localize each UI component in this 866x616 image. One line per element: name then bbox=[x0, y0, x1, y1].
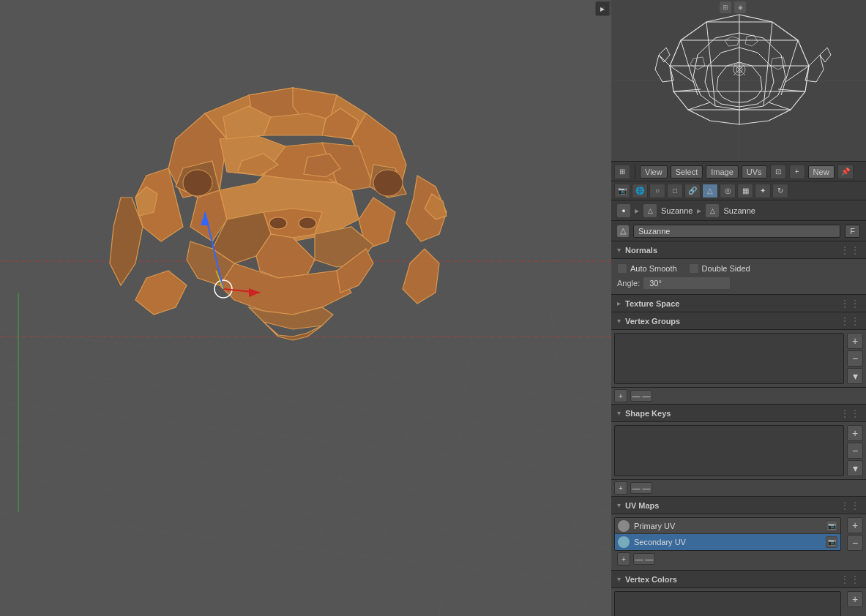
separator-1 bbox=[635, 165, 635, 179]
breadcrumb-arrow-1: ▸ bbox=[635, 206, 639, 216]
uv-add-icon[interactable]: + bbox=[789, 165, 805, 179]
prop-physics-icon[interactable]: ↻ bbox=[772, 184, 788, 198]
shape-keys-list bbox=[614, 425, 844, 476]
shape-key-add-btn[interactable]: + bbox=[847, 425, 863, 441]
vertex-groups-arrow: ▾ bbox=[617, 317, 621, 325]
prop-particles-icon[interactable]: ✦ bbox=[755, 184, 771, 198]
vertex-group-add-btn[interactable]: + bbox=[847, 333, 863, 349]
angle-input[interactable] bbox=[643, 277, 731, 290]
uv-map-item-primary[interactable]: Primary UV 📷 bbox=[615, 518, 840, 534]
texture-space-arrow: ▸ bbox=[617, 299, 621, 307]
vertex-colors-options[interactable]: ⋮⋮ bbox=[840, 574, 860, 585]
svg-point-55 bbox=[299, 217, 316, 229]
uv-uvs-menu[interactable]: UVs bbox=[742, 165, 767, 179]
normals-section-header[interactable]: ▾ Normals ⋮⋮ bbox=[611, 241, 866, 259]
uv-maps-options[interactable]: ⋮⋮ bbox=[840, 500, 860, 511]
prop-mesh-icon[interactable]: △ bbox=[702, 184, 718, 198]
vertex-color-add-btn[interactable]: + bbox=[847, 591, 863, 607]
uv-editor-toolbar: ⊞ View Select Image UVs ⊡ + New 📌 bbox=[611, 161, 866, 181]
texture-space-title: Texture Space bbox=[625, 299, 679, 308]
vertex-group-move-btn[interactable]: ▾ bbox=[847, 368, 863, 384]
3d-viewport[interactable]: + ▸ bbox=[0, 0, 611, 616]
uv-maps-list: Primary UV 📷 Secondary UV 📷 bbox=[614, 517, 841, 551]
uv-select-menu[interactable]: Select bbox=[671, 165, 703, 179]
vertex-groups-content: + − ▾ bbox=[611, 330, 866, 388]
uv-maps-arrow: ▾ bbox=[617, 501, 621, 509]
uv-pin-icon[interactable]: 📌 bbox=[837, 165, 854, 179]
double-sided-checkbox[interactable] bbox=[689, 263, 699, 274]
shape-keys-header[interactable]: ▾ Shape Keys ⋮⋮ bbox=[611, 405, 866, 422]
breadcrumb-object-name[interactable]: Suzanne bbox=[661, 206, 693, 215]
vertex-groups-options[interactable]: ⋮⋮ bbox=[840, 315, 860, 327]
mesh-name-icon: △ bbox=[617, 225, 629, 237]
normals-arrow: ▾ bbox=[617, 246, 621, 254]
shape-key-remove-btn[interactable]: − bbox=[847, 443, 863, 459]
uv-expand-icon[interactable]: ⊡ bbox=[770, 165, 786, 179]
shape-keys-arrow: ▾ bbox=[617, 409, 621, 417]
uv-bottom-dash-btn[interactable]: — — bbox=[633, 553, 655, 565]
vertex-colors-list bbox=[614, 591, 841, 616]
prop-scene-icon[interactable]: 🌐 bbox=[632, 184, 648, 198]
fake-user-button[interactable]: F bbox=[845, 225, 860, 238]
properties-icon-toolbar: 📷 🌐 ○ □ 🔗 △ ◎ ▦ ✦ ↻ bbox=[611, 181, 866, 200]
uv-new-button[interactable]: New bbox=[808, 165, 835, 179]
texture-space-options[interactable]: ⋮⋮ bbox=[840, 298, 860, 309]
shape-key-move-btn[interactable]: ▾ bbox=[847, 460, 863, 476]
prop-breadcrumb: ● ▸ △ Suzanne ▸ △ Suzanne bbox=[611, 200, 866, 221]
uv-mode-icon[interactable]: ⊞ bbox=[614, 165, 630, 179]
prop-material-icon[interactable]: ◎ bbox=[720, 184, 736, 198]
uv-maps-header[interactable]: ▾ UV Maps ⋮⋮ bbox=[611, 497, 866, 514]
uv-render-icon-secondary[interactable]: 📷 bbox=[826, 536, 837, 548]
vertex-groups-header[interactable]: ▾ Vertex Groups ⋮⋮ bbox=[611, 312, 866, 330]
normals-options[interactable]: ⋮⋮ bbox=[840, 244, 860, 256]
auto-smooth-checkbox-item[interactable]: Auto Smooth bbox=[617, 263, 677, 274]
properties-panel: 📷 🌐 ○ □ 🔗 △ ◎ ▦ ✦ ↻ ● ▸ △ Suzanne ▸ △ Su… bbox=[611, 181, 866, 616]
uv-image-menu[interactable]: Image bbox=[706, 165, 739, 179]
vertex-groups-title: Vertex Groups bbox=[625, 317, 680, 326]
uv-maps-content: Primary UV 📷 Secondary UV 📷 + − + bbox=[611, 514, 866, 571]
double-sided-checkbox-item[interactable]: Double Sided bbox=[689, 263, 750, 274]
breadcrumb-mesh-name[interactable]: Suzanne bbox=[723, 206, 755, 215]
vertex-group-plus-icon[interactable]: + bbox=[614, 389, 627, 402]
svg-text:⊞: ⊞ bbox=[723, 4, 728, 11]
vertex-colors-buttons: + bbox=[844, 591, 863, 616]
prop-constraints-icon[interactable]: 🔗 bbox=[684, 184, 701, 198]
uv-map-remove-btn[interactable]: − bbox=[847, 535, 863, 551]
svg-point-53 bbox=[373, 170, 403, 196]
uv-map-add-btn[interactable]: + bbox=[847, 517, 863, 533]
uv-map-name-secondary: Secondary UV bbox=[634, 538, 821, 546]
shape-keys-bottom: + — — bbox=[611, 480, 866, 497]
mesh-type-icon: △ bbox=[643, 204, 657, 217]
object-type-icon: ● bbox=[617, 204, 630, 217]
mesh-name-input[interactable] bbox=[633, 225, 840, 238]
viewport-corner-expand[interactable]: ▸ bbox=[595, 1, 610, 16]
auto-smooth-checkbox[interactable] bbox=[617, 263, 627, 274]
angle-label: Angle: bbox=[617, 279, 640, 288]
uv-bottom-plus-icon[interactable]: + bbox=[617, 552, 630, 566]
shape-key-plus-icon[interactable]: + bbox=[614, 481, 627, 495]
right-panel: ⊞ ◈ ⊞ View Select Image UVs ⊡ + New 📌 📷 … bbox=[611, 0, 866, 616]
vertex-colors-header[interactable]: ▾ Vertex Colors ⋮⋮ bbox=[611, 571, 866, 588]
vertex-group-dash-btn[interactable]: — — bbox=[630, 390, 652, 402]
vertex-groups-buttons: + − ▾ bbox=[847, 333, 863, 384]
vertex-colors-title: Vertex Colors bbox=[625, 575, 677, 584]
vertex-group-remove-btn[interactable]: − bbox=[847, 350, 863, 367]
uv-render-icon-primary[interactable]: 📷 bbox=[826, 520, 837, 532]
vertex-colors-arrow: ▾ bbox=[617, 575, 621, 583]
uv-map-item-secondary[interactable]: Secondary UV 📷 bbox=[615, 534, 840, 550]
normals-title: Normals bbox=[625, 246, 657, 255]
shape-keys-options[interactable]: ⋮⋮ bbox=[840, 407, 860, 419]
uv-camera-icon-primary bbox=[618, 520, 630, 532]
prop-object-icon[interactable]: □ bbox=[667, 184, 683, 198]
mesh-name-row: △ F bbox=[611, 221, 866, 241]
uv-maps-inner: Primary UV 📷 Secondary UV 📷 + − bbox=[614, 517, 863, 551]
texture-space-header[interactable]: ▸ Texture Space ⋮⋮ bbox=[611, 295, 866, 312]
normals-content: Auto Smooth Double Sided Angle: bbox=[611, 259, 866, 295]
shape-key-dash-btn[interactable]: — — bbox=[630, 482, 652, 494]
prop-world-icon[interactable]: ○ bbox=[649, 184, 665, 198]
shape-keys-title: Shape Keys bbox=[625, 409, 671, 418]
prop-texture-icon[interactable]: ▦ bbox=[737, 184, 753, 198]
uv-view-menu[interactable]: View bbox=[640, 165, 668, 179]
mesh-icon-small: △ bbox=[706, 204, 719, 217]
prop-render-icon[interactable]: 📷 bbox=[614, 184, 630, 198]
